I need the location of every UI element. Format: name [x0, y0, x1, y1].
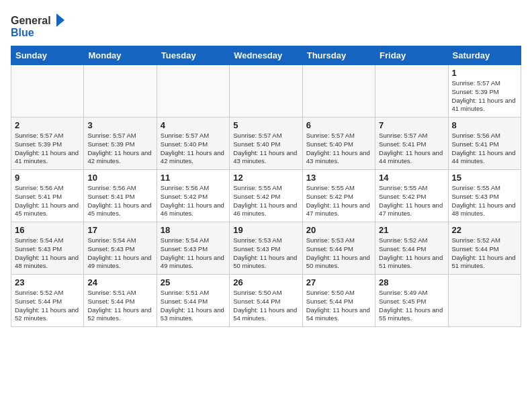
- calendar-cell: [375, 65, 448, 118]
- calendar-cell: [448, 275, 521, 327]
- day-number: 16: [15, 225, 80, 235]
- day-info: Sunrise: 5:52 AM Sunset: 5:44 PM Dayligh…: [452, 236, 517, 271]
- day-info: Sunrise: 5:51 AM Sunset: 5:44 PM Dayligh…: [87, 289, 152, 323]
- day-number: 11: [161, 173, 226, 183]
- day-number: 8: [452, 120, 517, 130]
- weekday-header-tuesday: Tuesday: [157, 46, 229, 65]
- weekday-header-thursday: Thursday: [302, 46, 375, 65]
- day-info: Sunrise: 5:57 AM Sunset: 5:40 PM Dayligh…: [161, 132, 226, 166]
- day-info: Sunrise: 5:51 AM Sunset: 5:44 PM Dayligh…: [161, 289, 226, 323]
- day-info: Sunrise: 5:55 AM Sunset: 5:43 PM Dayligh…: [452, 184, 517, 218]
- calendar-cell: 14Sunrise: 5:55 AM Sunset: 5:42 PM Dayli…: [375, 170, 448, 222]
- day-info: Sunrise: 5:57 AM Sunset: 5:41 PM Dayligh…: [379, 132, 444, 166]
- day-number: 24: [87, 277, 152, 287]
- calendar-cell: 9Sunrise: 5:56 AM Sunset: 5:41 PM Daylig…: [11, 170, 84, 222]
- logo: General Blue: [11, 11, 64, 40]
- svg-text:Blue: Blue: [11, 27, 34, 38]
- day-number: 15: [452, 173, 517, 183]
- calendar-cell: [84, 65, 157, 118]
- day-number: 12: [233, 173, 298, 183]
- day-info: Sunrise: 5:56 AM Sunset: 5:41 PM Dayligh…: [87, 184, 152, 218]
- day-number: 4: [161, 120, 226, 130]
- day-info: Sunrise: 5:56 AM Sunset: 5:41 PM Dayligh…: [452, 132, 517, 166]
- calendar-cell: 17Sunrise: 5:54 AM Sunset: 5:43 PM Dayli…: [84, 222, 157, 275]
- day-number: 23: [15, 277, 80, 287]
- calendar-cell: 20Sunrise: 5:53 AM Sunset: 5:44 PM Dayli…: [302, 222, 375, 275]
- day-number: 19: [233, 225, 298, 235]
- day-info: Sunrise: 5:54 AM Sunset: 5:43 PM Dayligh…: [15, 236, 80, 271]
- calendar-cell: [11, 65, 84, 118]
- day-info: Sunrise: 5:55 AM Sunset: 5:42 PM Dayligh…: [306, 184, 371, 218]
- calendar-cell: 10Sunrise: 5:56 AM Sunset: 5:41 PM Dayli…: [84, 170, 157, 222]
- calendar-cell: [302, 65, 375, 118]
- calendar-cell: 18Sunrise: 5:54 AM Sunset: 5:43 PM Dayli…: [157, 222, 229, 275]
- day-info: Sunrise: 5:52 AM Sunset: 5:44 PM Dayligh…: [15, 289, 80, 323]
- day-number: 7: [379, 120, 444, 130]
- day-number: 3: [87, 120, 152, 130]
- day-number: 22: [452, 225, 517, 235]
- calendar-cell: 24Sunrise: 5:51 AM Sunset: 5:44 PM Dayli…: [84, 275, 157, 327]
- day-number: 10: [87, 173, 152, 183]
- calendar-cell: 22Sunrise: 5:52 AM Sunset: 5:44 PM Dayli…: [448, 222, 521, 275]
- calendar-cell: 23Sunrise: 5:52 AM Sunset: 5:44 PM Dayli…: [11, 275, 84, 327]
- svg-text:General: General: [11, 15, 51, 26]
- calendar-cell: 19Sunrise: 5:53 AM Sunset: 5:43 PM Dayli…: [230, 222, 302, 275]
- day-number: 13: [306, 173, 371, 183]
- week-row-5: 23Sunrise: 5:52 AM Sunset: 5:44 PM Dayli…: [11, 275, 521, 327]
- weekday-header-row: SundayMondayTuesdayWednesdayThursdayFrid…: [11, 46, 521, 65]
- day-number: 9: [15, 173, 80, 183]
- logo-svg: General Blue: [11, 11, 64, 40]
- week-row-2: 2Sunrise: 5:57 AM Sunset: 5:39 PM Daylig…: [11, 118, 521, 170]
- calendar-cell: 2Sunrise: 5:57 AM Sunset: 5:39 PM Daylig…: [11, 118, 84, 170]
- day-info: Sunrise: 5:52 AM Sunset: 5:44 PM Dayligh…: [379, 236, 444, 271]
- calendar-cell: 15Sunrise: 5:55 AM Sunset: 5:43 PM Dayli…: [448, 170, 521, 222]
- day-info: Sunrise: 5:57 AM Sunset: 5:40 PM Dayligh…: [306, 132, 371, 166]
- weekday-header-monday: Monday: [84, 46, 157, 65]
- day-info: Sunrise: 5:54 AM Sunset: 5:43 PM Dayligh…: [161, 236, 226, 271]
- day-info: Sunrise: 5:50 AM Sunset: 5:44 PM Dayligh…: [306, 289, 371, 323]
- week-row-3: 9Sunrise: 5:56 AM Sunset: 5:41 PM Daylig…: [11, 170, 521, 222]
- week-row-1: 1Sunrise: 5:57 AM Sunset: 5:39 PM Daylig…: [11, 65, 521, 118]
- calendar-cell: [230, 65, 302, 118]
- day-number: 27: [306, 277, 371, 287]
- day-number: 5: [233, 120, 298, 130]
- day-info: Sunrise: 5:57 AM Sunset: 5:39 PM Dayligh…: [452, 79, 517, 113]
- calendar-cell: [157, 65, 229, 118]
- calendar-cell: 1Sunrise: 5:57 AM Sunset: 5:39 PM Daylig…: [448, 65, 521, 118]
- calendar-cell: 3Sunrise: 5:57 AM Sunset: 5:39 PM Daylig…: [84, 118, 157, 170]
- day-number: 6: [306, 120, 371, 130]
- calendar-cell: 11Sunrise: 5:56 AM Sunset: 5:42 PM Dayli…: [157, 170, 229, 222]
- calendar-cell: 13Sunrise: 5:55 AM Sunset: 5:42 PM Dayli…: [302, 170, 375, 222]
- calendar-table: SundayMondayTuesdayWednesdayThursdayFrid…: [11, 46, 521, 327]
- day-info: Sunrise: 5:57 AM Sunset: 5:40 PM Dayligh…: [233, 132, 298, 166]
- weekday-header-wednesday: Wednesday: [230, 46, 302, 65]
- day-info: Sunrise: 5:53 AM Sunset: 5:43 PM Dayligh…: [233, 236, 298, 271]
- day-info: Sunrise: 5:55 AM Sunset: 5:42 PM Dayligh…: [379, 184, 444, 218]
- day-number: 25: [161, 277, 226, 287]
- day-info: Sunrise: 5:50 AM Sunset: 5:44 PM Dayligh…: [233, 289, 298, 323]
- page-header: General Blue: [11, 11, 521, 40]
- calendar-cell: 27Sunrise: 5:50 AM Sunset: 5:44 PM Dayli…: [302, 275, 375, 327]
- day-number: 1: [452, 68, 517, 78]
- calendar-cell: 21Sunrise: 5:52 AM Sunset: 5:44 PM Dayli…: [375, 222, 448, 275]
- calendar-cell: 16Sunrise: 5:54 AM Sunset: 5:43 PM Dayli…: [11, 222, 84, 275]
- day-number: 21: [379, 225, 444, 235]
- calendar-cell: 12Sunrise: 5:55 AM Sunset: 5:42 PM Dayli…: [230, 170, 302, 222]
- calendar-cell: 8Sunrise: 5:56 AM Sunset: 5:41 PM Daylig…: [448, 118, 521, 170]
- weekday-header-sunday: Sunday: [11, 46, 84, 65]
- day-number: 20: [306, 225, 371, 235]
- day-info: Sunrise: 5:56 AM Sunset: 5:41 PM Dayligh…: [15, 184, 80, 218]
- calendar-cell: 28Sunrise: 5:49 AM Sunset: 5:45 PM Dayli…: [375, 275, 448, 327]
- svg-marker-2: [56, 13, 64, 27]
- day-info: Sunrise: 5:56 AM Sunset: 5:42 PM Dayligh…: [161, 184, 226, 218]
- calendar-cell: 26Sunrise: 5:50 AM Sunset: 5:44 PM Dayli…: [230, 275, 302, 327]
- week-row-4: 16Sunrise: 5:54 AM Sunset: 5:43 PM Dayli…: [11, 222, 521, 275]
- day-info: Sunrise: 5:54 AM Sunset: 5:43 PM Dayligh…: [87, 236, 152, 271]
- calendar-cell: 4Sunrise: 5:57 AM Sunset: 5:40 PM Daylig…: [157, 118, 229, 170]
- day-number: 28: [379, 277, 444, 287]
- day-number: 17: [87, 225, 152, 235]
- day-number: 26: [233, 277, 298, 287]
- calendar-cell: 6Sunrise: 5:57 AM Sunset: 5:40 PM Daylig…: [302, 118, 375, 170]
- day-info: Sunrise: 5:49 AM Sunset: 5:45 PM Dayligh…: [379, 289, 444, 323]
- calendar-cell: 7Sunrise: 5:57 AM Sunset: 5:41 PM Daylig…: [375, 118, 448, 170]
